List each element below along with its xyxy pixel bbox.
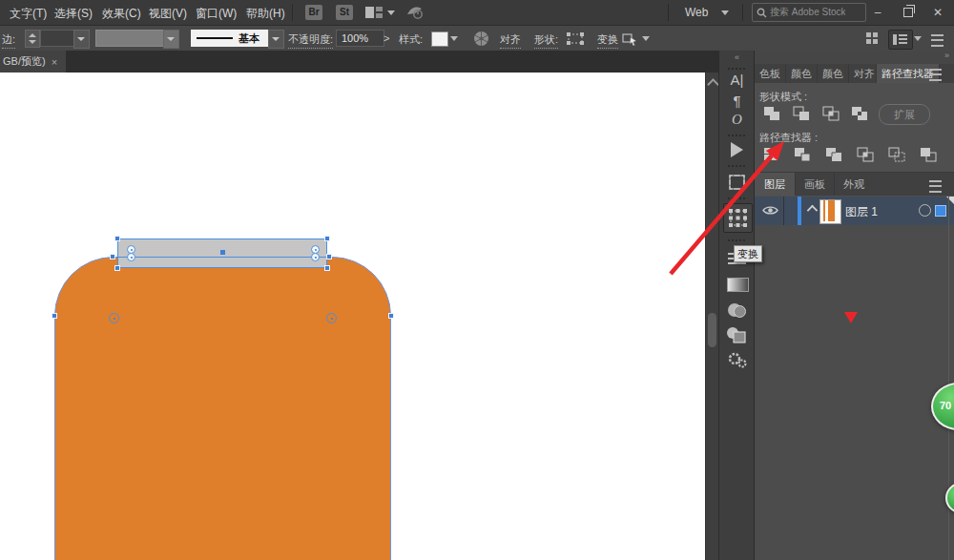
expand-panels-icon[interactable]: « (719, 52, 755, 62)
transform-link[interactable]: 变换 (597, 32, 618, 49)
corner-widget[interactable] (326, 313, 337, 323)
workspace-panel-chevron-icon[interactable] (914, 36, 922, 41)
trim-icon[interactable] (793, 146, 812, 163)
minus-back-icon[interactable] (919, 146, 938, 163)
align-link[interactable]: 对齐 (500, 32, 521, 49)
layer-thumbnail[interactable] (819, 199, 841, 224)
menu-help[interactable]: 帮助(H) (246, 6, 285, 22)
menu-select[interactable]: 选择(S) (54, 6, 93, 22)
scroll-up-icon[interactable] (707, 78, 719, 91)
document-close-icon[interactable]: × (52, 56, 57, 68)
arrange-documents-icon[interactable] (866, 32, 879, 45)
transparency-panel-icon[interactable] (726, 301, 748, 320)
recolor-artwork-icon[interactable] (473, 31, 489, 47)
variable-width-dropdown[interactable] (95, 30, 164, 47)
intersect-icon[interactable] (821, 105, 840, 122)
restore-button[interactable] (894, 0, 923, 25)
layout-chevron-icon[interactable] (387, 10, 395, 15)
tab-color-guide[interactable]: 颜色 (818, 64, 849, 83)
anchor-point[interactable] (110, 254, 115, 259)
exclude-icon[interactable] (850, 105, 869, 122)
tab-align[interactable]: 对齐 (849, 64, 877, 83)
selection-handle[interactable] (114, 265, 120, 271)
anchor-point[interactable] (52, 313, 57, 319)
selection-handle[interactable] (324, 265, 330, 271)
stroke-weight-stepper[interactable] (25, 30, 40, 48)
tab-artboards[interactable]: 画板 (796, 173, 835, 196)
outline-icon[interactable] (887, 146, 906, 163)
crop-icon[interactable] (856, 146, 875, 163)
divide-icon[interactable] (761, 146, 780, 163)
control-bar-menu-icon[interactable] (931, 34, 944, 47)
selection-handle[interactable] (324, 236, 330, 241)
corner-widget[interactable] (311, 253, 320, 261)
brush-definition-chevron-icon[interactable] (268, 30, 284, 49)
brush-definition-select[interactable]: 基本 (191, 30, 273, 47)
shape-label[interactable]: 形状: (534, 32, 558, 49)
symbols-panel-icon[interactable] (726, 350, 748, 369)
merge-icon[interactable] (824, 146, 843, 163)
anchor-point[interactable] (326, 254, 332, 259)
actions-panel-icon[interactable] (731, 142, 743, 157)
panel-grip[interactable] (728, 68, 745, 70)
layout-icon[interactable] (365, 7, 383, 18)
collapse-panels-icon[interactable]: » (944, 51, 949, 60)
opacity-field[interactable]: 100% (336, 30, 384, 47)
layer-name[interactable]: 图层 1 (845, 204, 878, 220)
character-panel-icon[interactable]: A| (719, 72, 755, 88)
workspace-panel-icon[interactable] (888, 30, 913, 50)
tab-appearance[interactable]: 外观 (835, 173, 873, 196)
pathfinder-panel-menu-icon[interactable] (929, 69, 942, 81)
stroke-weight-field[interactable] (40, 30, 74, 47)
transform-panel-icon[interactable] (723, 203, 753, 233)
workspace-switcher[interactable]: Web (685, 6, 708, 19)
share-screen-icon[interactable] (406, 5, 424, 20)
document-tab[interactable]: GB/预览) × (0, 51, 66, 73)
artboards-panel-icon[interactable] (727, 173, 747, 192)
expand-button[interactable]: 扩展 (879, 104, 930, 125)
pathfinder-panel-icon[interactable] (726, 325, 748, 345)
panel-grip[interactable] (728, 135, 745, 136)
corner-widget[interactable] (109, 313, 119, 323)
menu-view[interactable]: 视图(V) (149, 6, 187, 22)
opacity-expand-button[interactable]: > (384, 32, 389, 44)
artboard-canvas[interactable] (0, 73, 705, 560)
menu-type[interactable]: 文字(T) (10, 6, 47, 22)
selection-handle[interactable] (114, 236, 120, 241)
menu-window[interactable]: 窗口(W) (196, 6, 237, 22)
layer-selected-indicator[interactable] (935, 205, 946, 217)
minimize-button[interactable]: – (863, 0, 892, 25)
scrollbar-thumb[interactable] (708, 313, 716, 347)
menu-effect[interactable]: 效果(C) (102, 6, 141, 22)
tab-swatches[interactable]: 色板 (755, 64, 786, 83)
style-chevron-icon[interactable] (450, 36, 458, 41)
stroke-weight-dropdown[interactable] (73, 30, 90, 49)
panel-grip[interactable] (728, 239, 745, 241)
paragraph-panel-icon[interactable]: ¶ (719, 93, 755, 109)
opentype-panel-icon[interactable]: O (719, 112, 755, 128)
stock-button[interactable]: St (336, 5, 353, 20)
panel-grip[interactable] (728, 165, 745, 167)
stroke-label[interactable]: 边: (2, 32, 15, 49)
tab-color[interactable]: 颜色 (786, 64, 818, 83)
panel-grip[interactable] (728, 197, 745, 199)
minus-front-icon[interactable] (792, 105, 811, 122)
opacity-label[interactable]: 不透明度: (288, 32, 333, 49)
canvas-vertical-scrollbar[interactable] (705, 73, 719, 560)
style-swatch[interactable] (431, 31, 448, 47)
visibility-eye-icon[interactable] (762, 204, 778, 217)
transform-chevron-icon[interactable] (642, 36, 650, 41)
bridge-button[interactable]: Br (305, 5, 322, 20)
corner-widget[interactable] (127, 253, 135, 261)
tab-layers[interactable]: 图层 (755, 173, 796, 196)
close-button[interactable]: ✕ (923, 0, 952, 25)
anchor-point[interactable] (388, 313, 394, 319)
layers-panel-menu-icon[interactable] (929, 180, 942, 193)
layer-target-icon[interactable] (919, 204, 931, 217)
stock-search-input[interactable]: 搜索 Adobe Stock (752, 3, 866, 22)
gradient-panel-icon[interactable] (727, 278, 749, 292)
unite-icon[interactable] (762, 105, 781, 122)
variable-width-chevron-icon[interactable] (163, 30, 179, 49)
artwork-orange-rounded-rect[interactable] (54, 257, 391, 560)
workspace-chevron-icon[interactable] (721, 10, 729, 15)
